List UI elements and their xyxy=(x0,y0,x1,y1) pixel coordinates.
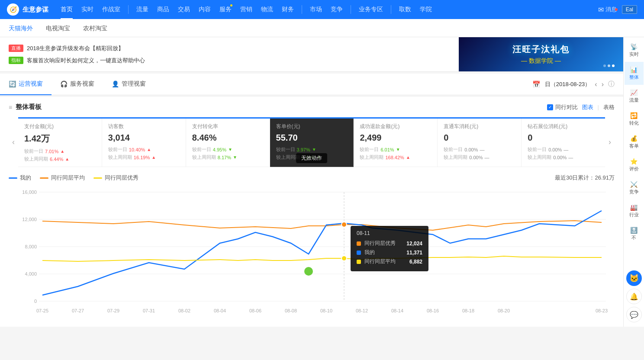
overall-icon: 📊 xyxy=(630,66,638,73)
date-next-arrow[interactable]: › xyxy=(602,80,604,88)
metric-title-unit-price: 客单价(元) xyxy=(276,123,348,130)
nav-divider-2 xyxy=(302,5,302,14)
nav-item-fetch[interactable]: 取数 xyxy=(395,0,415,19)
nav-item-academy[interactable]: 学院 xyxy=(415,0,436,19)
legend-dot-peer-best xyxy=(93,177,102,179)
nav-divider-1 xyxy=(128,5,129,14)
metric-prev1-label-0: 较前一日 xyxy=(24,148,43,154)
banner-right-line1: 汪旺子汰礼包 xyxy=(512,44,570,55)
banner-row-2[interactable]: 指标 客服首次响应时长如何定义，一键直达帮助中心 xyxy=(9,57,450,64)
metric-prev1-val-2: 4.95% xyxy=(213,147,226,152)
tab-service-icon: 🎧 xyxy=(60,80,68,87)
dashboard-header: ≡ 整体看板 ✓ 同行对比 图表 | 表格 xyxy=(9,103,615,111)
tooltip-label-2: 我的 xyxy=(364,249,403,256)
svg-text:08-16: 08-16 xyxy=(427,308,439,313)
metric-prev1-val-5: 0.00% xyxy=(464,147,478,152)
float-chat[interactable]: 💬 xyxy=(626,307,642,322)
nav-item-realtime[interactable]: 实时 xyxy=(77,0,98,19)
nav-item-marketing[interactable]: 营销 xyxy=(236,0,257,19)
sidebar-item-overall[interactable]: 📊 整体 xyxy=(625,62,644,85)
svg-text:08-10: 08-10 xyxy=(320,308,332,313)
conversion-icon: 🔁 xyxy=(630,112,638,119)
metric-card-refund: 成功退款金额(元) 2,499 较前一日 6.01% ▼ 较上周同期 168.4… xyxy=(354,119,438,167)
metric-value-refund: 2,499 xyxy=(360,133,431,143)
metric-prev1-arrow-0: ▲ xyxy=(60,149,64,154)
svg-point-26 xyxy=(341,222,347,227)
tooltip-label-3: 同行同层平均 xyxy=(364,258,406,265)
metric-prev2-label-0: 较上周同期 xyxy=(24,156,48,162)
tooltip-color-orange xyxy=(357,241,361,246)
nav-item-trade[interactable]: 交易 xyxy=(174,0,194,19)
nav-item-bizzone[interactable]: 业务专区 xyxy=(354,0,387,19)
nav-item-home[interactable]: 首页 xyxy=(56,0,77,19)
tooltip-row-3: 同行同层平均 6,882 xyxy=(357,258,422,265)
metric-prev1-val-4: 6.01% xyxy=(380,147,394,152)
nav-item-finance[interactable]: 财务 xyxy=(277,0,298,19)
dashboard-section: ≡ 整体看板 ✓ 同行对比 图表 | 表格 ‹ xyxy=(0,97,623,167)
logo-text: 生意参谋 xyxy=(23,6,48,14)
info-icon[interactable]: ⓘ xyxy=(608,80,615,88)
nav-item-service[interactable]: 服务 xyxy=(215,0,236,19)
metric-card-visitors: 访客数 3,014 较前一日 10.40% ▲ 较上周同期 16.19% xyxy=(102,119,186,167)
metric-value-conversion: 8.46% xyxy=(192,133,264,143)
banner-right[interactable]: 汪旺子汰礼包 — 数据学院 — xyxy=(459,37,623,71)
metric-prev1-val-3: 3.97% xyxy=(297,147,310,152)
metrics-next-arrow[interactable]: › xyxy=(605,117,615,167)
view-chart-btn[interactable]: 图表 xyxy=(582,103,593,111)
svg-text:08-06: 08-06 xyxy=(249,308,261,313)
svg-text:08-20: 08-20 xyxy=(498,308,510,313)
svg-text:08-02: 08-02 xyxy=(178,308,190,313)
logo[interactable]: 🧭 生意参谋 xyxy=(7,3,48,16)
sidebar-item-conversion[interactable]: 🔁 转化 xyxy=(625,108,644,131)
svg-text:12,000: 12,000 xyxy=(22,217,37,222)
metric-card-zhitongche: 直通车消耗(元) 0 较前一日 0.00% — 较上周同期 0.00% xyxy=(438,119,522,167)
banner-right-line2: — 数据学院 — xyxy=(521,57,561,65)
nav-item-goods[interactable]: 商品 xyxy=(153,0,174,19)
logo-icon: 🧭 xyxy=(7,3,19,16)
svg-text:07-29: 07-29 xyxy=(107,308,119,313)
review-icon: ⭐ xyxy=(630,158,638,165)
svg-text:16,000: 16,000 xyxy=(22,190,37,195)
sidebar-item-top[interactable]: 🔝 不 xyxy=(625,222,644,245)
banner-row-1[interactable]: 直播 2018生意参谋升级发布会【精彩回放】 xyxy=(9,45,450,52)
nav-divider-4 xyxy=(391,5,391,14)
peer-compare-checkbox[interactable]: ✓ 同行对比 xyxy=(547,103,578,111)
legend-mine: 我的 xyxy=(9,174,31,182)
svg-text:07-31: 07-31 xyxy=(143,308,155,313)
float-avatar-blue[interactable]: 🐱 xyxy=(626,270,642,286)
sidebar-item-review[interactable]: ⭐ 评价 xyxy=(625,154,644,177)
sidebar-item-realtime[interactable]: 📡 实时 xyxy=(625,39,644,62)
platform-tab-rural-taobao[interactable]: 农村淘宝 xyxy=(83,25,107,37)
nav-item-logistics[interactable]: 物流 xyxy=(257,0,277,19)
nav-msg[interactable]: ✉ 消息 xyxy=(598,6,617,14)
sidebar-item-traffic[interactable]: 📈 流量 xyxy=(625,85,644,108)
tooltip-val-3: 6,882 xyxy=(409,259,422,265)
view-table-btn[interactable]: 表格 xyxy=(603,103,615,111)
platform-tabs: 天猫海外 电视淘宝 农村淘宝 xyxy=(0,19,644,37)
svg-text:07-25: 07-25 xyxy=(36,308,48,313)
svg-text:08-14: 08-14 xyxy=(391,308,403,313)
nav-item-market[interactable]: 市场 xyxy=(306,0,326,19)
float-bell[interactable]: 🔔 xyxy=(626,289,642,304)
date-prev-arrow[interactable]: ‹ xyxy=(595,80,597,88)
svg-text:08-23: 08-23 xyxy=(596,308,608,313)
metric-prev1-label-3: 较前一日 xyxy=(276,146,295,153)
sidebar-item-customer[interactable]: 💰 客单 xyxy=(625,131,644,154)
tab-management[interactable]: 👤 管理视窗 xyxy=(103,74,155,95)
platform-tab-tmall-overseas[interactable]: 天猫海外 xyxy=(9,25,33,37)
tab-service[interactable]: 🎧 服务视窗 xyxy=(52,74,103,95)
tab-operations[interactable]: 🔄 运营视窗 xyxy=(0,74,52,95)
nav-item-content[interactable]: 内容 xyxy=(194,0,215,19)
nav-item-warroom[interactable]: 作战室 xyxy=(98,0,125,19)
metrics-prev-arrow[interactable]: ‹ xyxy=(9,117,18,167)
sidebar-item-compete[interactable]: ⚔️ 竞争 xyxy=(625,177,644,199)
metric-title-payment: 支付金额(元) xyxy=(24,123,96,130)
date-label: 日（2018-08-23） xyxy=(545,80,591,88)
banner-area: 直播 2018生意参谋升级发布会【精彩回放】 指标 客服首次响应时长如何定义，一… xyxy=(0,37,623,72)
nav-item-compete[interactable]: 竞争 xyxy=(326,0,347,19)
tab-operations-icon: 🔄 xyxy=(9,80,16,87)
platform-tab-tv-taobao[interactable]: 电视淘宝 xyxy=(46,25,70,37)
nav-item-traffic[interactable]: 流量 xyxy=(132,0,153,19)
banner-text-1: 2018生意参谋升级发布会【精彩回放】 xyxy=(27,45,124,52)
sidebar-item-industry[interactable]: 🏭 行业 xyxy=(625,199,644,222)
